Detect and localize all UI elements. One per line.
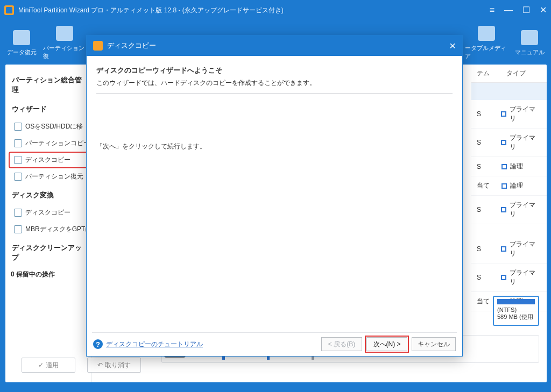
undo-button[interactable]: ↶ 取り消す	[87, 358, 141, 373]
col-system[interactable]: テム	[471, 65, 501, 82]
type-square-icon	[501, 207, 506, 212]
dialog-separator	[96, 93, 453, 94]
type-square-icon	[501, 246, 506, 252]
type-square-icon	[501, 183, 507, 189]
disk-copy-wizard-dialog: ディスクコピー × ディスクのコピーウィザードへようこそ このウィザードでは、ハ…	[86, 35, 463, 357]
dialog-desc: このウィザードでは、ハードディスクのコピーを作成することができます。	[96, 79, 453, 88]
toolbar-manual[interactable]: マニュアル	[508, 24, 551, 62]
sidebar-item-label: パーティション復元	[25, 172, 83, 181]
media-icon	[478, 26, 495, 41]
migrate-icon	[14, 123, 22, 131]
sidebar-item-label: ディスクコピー	[25, 208, 70, 217]
apply-button[interactable]: ✓ 適用	[22, 358, 75, 373]
sidebar: パーティション総合管理 ウィザード OSをSSD/HDDに移 パーティションコピ…	[5, 65, 91, 382]
next-button[interactable]: 次へ(N) >	[366, 337, 407, 351]
bottom-actions: ✓ 適用 ↶ 取り消す	[22, 358, 141, 373]
partrec-icon	[14, 173, 22, 181]
dialog-title: ディスクコピー	[107, 41, 156, 51]
dialog-footer: ? ディスクコピーのチュートリアル < 戻る(B) 次へ(N) > キャンセル	[87, 332, 462, 356]
pending-operations: 0 保留中の操作	[5, 267, 91, 282]
sidebar-section-general: パーティション総合管理	[5, 70, 91, 99]
footer-separator	[92, 332, 457, 333]
toolbar-partition-recover[interactable]: パーティション復	[43, 24, 86, 62]
sidebar-item-label: MBRディスクをGPTに	[25, 225, 91, 234]
table-row[interactable]: Sプライマリ	[471, 235, 547, 263]
partcopy-icon	[14, 139, 22, 147]
sidebar-item-partition-recover[interactable]: パーティション復元	[5, 168, 91, 185]
sidebar-item-label: OSをSSD/HDDに移	[25, 122, 83, 131]
dialog-heading: ディスクのコピーウィザードへようこそ	[96, 66, 453, 75]
type-square-icon	[501, 140, 506, 145]
manual-icon	[521, 30, 538, 45]
mbrgpt-icon	[14, 225, 22, 233]
minimize-icon[interactable]: —	[504, 6, 513, 15]
help-icon: ?	[93, 339, 103, 349]
partition-card[interactable]: (NTFS) 589 MB (使用	[493, 296, 539, 326]
sidebar-item-label: パーティションコピー	[25, 139, 90, 148]
diskcopy-icon	[14, 156, 22, 164]
dialog-app-icon	[93, 41, 103, 51]
type-square-icon	[501, 164, 507, 169]
menu-icon[interactable]: ≡	[490, 6, 495, 15]
sidebar-item-mbr-to-gpt[interactable]: MBRディスクをGPTに	[5, 221, 91, 238]
toolbar-bootable-media[interactable]: ータブルメディア	[465, 24, 508, 62]
toolbar-data-recovery[interactable]: データ復元	[0, 24, 43, 62]
type-square-icon	[501, 111, 506, 117]
sidebar-section-wizard: ウィザード	[5, 99, 91, 118]
table-row[interactable]: Sプライマリ	[471, 129, 547, 157]
back-button: < 戻る(B)	[321, 337, 362, 351]
maximize-icon[interactable]: ☐	[522, 6, 530, 15]
sidebar-section-cleanup: ディスククリーンアップ	[5, 238, 91, 267]
sidebar-item-os-migrate[interactable]: OSをSSD/HDDに移	[5, 118, 91, 135]
toolbar-label: ータブルメディア	[465, 44, 508, 60]
app-logo-icon	[4, 5, 14, 15]
sidebar-section-convert: ディスク変換	[5, 185, 91, 204]
help-link[interactable]: ディスクコピーのチュートリアル	[106, 340, 203, 349]
diskcopy2-icon	[14, 209, 22, 217]
app-title: MiniTool Partition Wizard プロ・アルティメット版 12…	[18, 6, 284, 15]
dialog-close-icon[interactable]: ×	[449, 40, 456, 52]
toolbar-label: マニュアル	[515, 48, 545, 56]
dialog-help: ? ディスクコピーのチュートリアル	[93, 339, 203, 349]
partition-icon	[56, 26, 73, 41]
dialog-body: ディスクのコピーウィザードへようこそ このウィザードでは、ハードディスクのコピー…	[87, 56, 462, 151]
table-row[interactable]: Sプライマリ	[471, 263, 547, 292]
cancel-button[interactable]: キャンセル	[412, 337, 456, 351]
close-icon[interactable]: ✕	[540, 6, 547, 15]
table-row[interactable]: Sプライマリ	[471, 100, 547, 129]
table-row[interactable]: Sプライマリ	[471, 196, 547, 224]
toolbar-label: パーティション復	[43, 44, 86, 60]
toolbar-label: データ復元	[7, 48, 37, 56]
recovery-icon	[13, 30, 30, 45]
table-row[interactable]: 当て論理	[471, 176, 547, 196]
sidebar-item-disk-copy[interactable]: ディスクコピー	[9, 152, 88, 168]
partition-name: (NTFS)	[497, 307, 535, 313]
dialog-instruction: 「次へ」をクリックして続行します。	[96, 142, 453, 151]
sidebar-item-partition-copy[interactable]: パーティションコピー	[5, 135, 91, 152]
titlebar: MiniTool Partition Wizard プロ・アルティメット版 12…	[0, 0, 551, 20]
col-type[interactable]: タイプ	[501, 65, 531, 82]
sidebar-item-disk-copy2[interactable]: ディスクコピー	[5, 204, 91, 221]
table-header: テム タイプ	[471, 65, 547, 83]
partition-bar-icon	[497, 299, 535, 304]
type-square-icon	[501, 275, 506, 280]
table-row[interactable]: S論理	[471, 157, 547, 176]
table-row[interactable]	[471, 83, 547, 100]
dialog-titlebar: ディスクコピー ×	[87, 35, 462, 56]
partition-size: 589 MB (使用	[497, 313, 535, 321]
sidebar-item-label: ディスクコピー	[25, 155, 70, 165]
